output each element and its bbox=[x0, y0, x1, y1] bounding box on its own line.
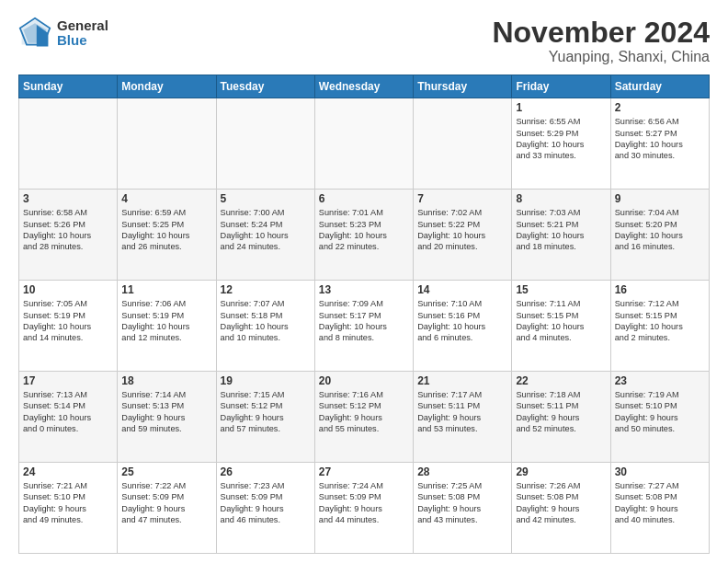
day-info: Sunrise: 7:06 AM Sunset: 5:19 PM Dayligh… bbox=[121, 298, 211, 344]
day-number: 18 bbox=[121, 374, 211, 387]
day-info: Sunrise: 7:07 AM Sunset: 5:18 PM Dayligh… bbox=[221, 298, 311, 344]
day-info: Sunrise: 7:19 AM Sunset: 5:10 PM Dayligh… bbox=[615, 389, 705, 435]
calendar-cell: 23Sunrise: 7:19 AM Sunset: 5:10 PM Dayli… bbox=[610, 372, 709, 463]
logo-general: General bbox=[57, 18, 108, 34]
day-number: 25 bbox=[121, 465, 211, 478]
calendar-cell: 25Sunrise: 7:22 AM Sunset: 5:09 PM Dayli… bbox=[118, 463, 216, 554]
weekday-header-tuesday: Tuesday bbox=[216, 75, 314, 98]
calendar-cell: 29Sunrise: 7:26 AM Sunset: 5:08 PM Dayli… bbox=[512, 463, 610, 554]
day-info: Sunrise: 7:03 AM Sunset: 5:21 PM Dayligh… bbox=[516, 207, 606, 253]
day-info: Sunrise: 6:58 AM Sunset: 5:26 PM Dayligh… bbox=[23, 207, 113, 253]
day-number: 14 bbox=[417, 283, 507, 296]
week-row-2: 3Sunrise: 6:58 AM Sunset: 5:26 PM Daylig… bbox=[19, 190, 710, 281]
day-number: 15 bbox=[516, 283, 606, 296]
day-info: Sunrise: 7:18 AM Sunset: 5:11 PM Dayligh… bbox=[516, 389, 606, 435]
day-info: Sunrise: 6:59 AM Sunset: 5:25 PM Dayligh… bbox=[121, 207, 211, 253]
calendar-cell bbox=[414, 98, 512, 190]
day-number: 10 bbox=[23, 283, 113, 296]
weekday-header-saturday: Saturday bbox=[610, 75, 709, 98]
header: General Blue November 2024 Yuanping, Sha… bbox=[18, 17, 710, 65]
calendar-cell: 27Sunrise: 7:24 AM Sunset: 5:09 PM Dayli… bbox=[314, 463, 413, 554]
day-info: Sunrise: 7:13 AM Sunset: 5:14 PM Dayligh… bbox=[23, 389, 113, 435]
day-number: 1 bbox=[516, 101, 606, 114]
day-number: 26 bbox=[221, 465, 311, 478]
day-info: Sunrise: 7:14 AM Sunset: 5:13 PM Dayligh… bbox=[121, 389, 211, 435]
day-number: 12 bbox=[221, 283, 311, 296]
day-number: 21 bbox=[417, 374, 507, 387]
calendar-cell: 30Sunrise: 7:27 AM Sunset: 5:08 PM Dayli… bbox=[610, 463, 709, 554]
day-number: 4 bbox=[121, 192, 211, 205]
calendar-cell: 13Sunrise: 7:09 AM Sunset: 5:17 PM Dayli… bbox=[314, 281, 413, 372]
calendar-cell: 28Sunrise: 7:25 AM Sunset: 5:08 PM Dayli… bbox=[414, 463, 512, 554]
calendar-cell: 19Sunrise: 7:15 AM Sunset: 5:12 PM Dayli… bbox=[216, 372, 314, 463]
calendar-cell: 7Sunrise: 7:02 AM Sunset: 5:22 PM Daylig… bbox=[414, 190, 512, 281]
calendar-cell: 4Sunrise: 6:59 AM Sunset: 5:25 PM Daylig… bbox=[118, 190, 216, 281]
day-info: Sunrise: 7:21 AM Sunset: 5:10 PM Dayligh… bbox=[23, 480, 113, 526]
day-info: Sunrise: 7:12 AM Sunset: 5:15 PM Dayligh… bbox=[615, 298, 705, 344]
title-block: November 2024 Yuanping, Shanxi, China bbox=[492, 17, 710, 65]
day-info: Sunrise: 7:02 AM Sunset: 5:22 PM Dayligh… bbox=[417, 207, 507, 253]
day-number: 24 bbox=[23, 465, 113, 478]
weekday-header-sunday: Sunday bbox=[19, 75, 118, 98]
calendar-cell bbox=[314, 98, 413, 190]
calendar-cell bbox=[216, 98, 314, 190]
day-number: 2 bbox=[615, 101, 705, 114]
day-number: 28 bbox=[417, 465, 507, 478]
logo-blue: Blue bbox=[57, 33, 108, 49]
calendar-cell: 17Sunrise: 7:13 AM Sunset: 5:14 PM Dayli… bbox=[19, 372, 118, 463]
page: General Blue November 2024 Yuanping, Sha… bbox=[0, 0, 728, 563]
day-number: 22 bbox=[516, 374, 606, 387]
day-info: Sunrise: 7:26 AM Sunset: 5:08 PM Dayligh… bbox=[516, 480, 606, 526]
calendar-cell: 10Sunrise: 7:05 AM Sunset: 5:19 PM Dayli… bbox=[19, 281, 118, 372]
day-info: Sunrise: 7:00 AM Sunset: 5:24 PM Dayligh… bbox=[221, 207, 311, 253]
calendar-cell: 11Sunrise: 7:06 AM Sunset: 5:19 PM Dayli… bbox=[118, 281, 216, 372]
day-info: Sunrise: 7:22 AM Sunset: 5:09 PM Dayligh… bbox=[121, 480, 211, 526]
calendar-cell: 15Sunrise: 7:11 AM Sunset: 5:15 PM Dayli… bbox=[512, 281, 610, 372]
day-number: 17 bbox=[23, 374, 113, 387]
calendar-cell: 5Sunrise: 7:00 AM Sunset: 5:24 PM Daylig… bbox=[216, 190, 314, 281]
day-info: Sunrise: 7:27 AM Sunset: 5:08 PM Dayligh… bbox=[615, 480, 705, 526]
day-number: 20 bbox=[319, 374, 409, 387]
weekday-header-wednesday: Wednesday bbox=[314, 75, 413, 98]
day-number: 11 bbox=[121, 283, 211, 296]
calendar-cell: 2Sunrise: 6:56 AM Sunset: 5:27 PM Daylig… bbox=[610, 98, 709, 190]
day-number: 13 bbox=[319, 283, 409, 296]
day-info: Sunrise: 7:09 AM Sunset: 5:17 PM Dayligh… bbox=[319, 298, 409, 344]
week-row-5: 24Sunrise: 7:21 AM Sunset: 5:10 PM Dayli… bbox=[19, 463, 710, 554]
day-number: 16 bbox=[615, 283, 705, 296]
day-info: Sunrise: 7:04 AM Sunset: 5:20 PM Dayligh… bbox=[615, 207, 705, 253]
calendar-subtitle: Yuanping, Shanxi, China bbox=[492, 49, 710, 65]
weekday-header-monday: Monday bbox=[118, 75, 216, 98]
calendar-cell: 22Sunrise: 7:18 AM Sunset: 5:11 PM Dayli… bbox=[512, 372, 610, 463]
day-info: Sunrise: 7:10 AM Sunset: 5:16 PM Dayligh… bbox=[417, 298, 507, 344]
day-info: Sunrise: 6:56 AM Sunset: 5:27 PM Dayligh… bbox=[615, 116, 705, 162]
calendar-cell: 24Sunrise: 7:21 AM Sunset: 5:10 PM Dayli… bbox=[19, 463, 118, 554]
day-number: 19 bbox=[221, 374, 311, 387]
weekday-header-friday: Friday bbox=[512, 75, 610, 98]
day-number: 29 bbox=[516, 465, 606, 478]
day-number: 7 bbox=[417, 192, 507, 205]
calendar-cell: 12Sunrise: 7:07 AM Sunset: 5:18 PM Dayli… bbox=[216, 281, 314, 372]
day-info: Sunrise: 6:55 AM Sunset: 5:29 PM Dayligh… bbox=[516, 116, 606, 162]
day-number: 5 bbox=[221, 192, 311, 205]
calendar-cell bbox=[118, 98, 216, 190]
day-number: 30 bbox=[615, 465, 705, 478]
logo-text: General Blue bbox=[57, 18, 108, 49]
weekday-header-row: SundayMondayTuesdayWednesdayThursdayFrid… bbox=[19, 75, 710, 98]
calendar-cell: 20Sunrise: 7:16 AM Sunset: 5:12 PM Dayli… bbox=[314, 372, 413, 463]
calendar-cell: 26Sunrise: 7:23 AM Sunset: 5:09 PM Dayli… bbox=[216, 463, 314, 554]
day-info: Sunrise: 7:11 AM Sunset: 5:15 PM Dayligh… bbox=[516, 298, 606, 344]
calendar-cell: 21Sunrise: 7:17 AM Sunset: 5:11 PM Dayli… bbox=[414, 372, 512, 463]
calendar-cell: 18Sunrise: 7:14 AM Sunset: 5:13 PM Dayli… bbox=[118, 372, 216, 463]
day-number: 27 bbox=[319, 465, 409, 478]
day-number: 23 bbox=[615, 374, 705, 387]
calendar-cell bbox=[19, 98, 118, 190]
calendar-cell: 3Sunrise: 6:58 AM Sunset: 5:26 PM Daylig… bbox=[19, 190, 118, 281]
day-number: 3 bbox=[23, 192, 113, 205]
day-info: Sunrise: 7:25 AM Sunset: 5:08 PM Dayligh… bbox=[417, 480, 507, 526]
week-row-4: 17Sunrise: 7:13 AM Sunset: 5:14 PM Dayli… bbox=[19, 372, 710, 463]
calendar-cell: 16Sunrise: 7:12 AM Sunset: 5:15 PM Dayli… bbox=[610, 281, 709, 372]
logo: General Blue bbox=[18, 17, 108, 50]
calendar-cell: 6Sunrise: 7:01 AM Sunset: 5:23 PM Daylig… bbox=[314, 190, 413, 281]
day-number: 6 bbox=[319, 192, 409, 205]
